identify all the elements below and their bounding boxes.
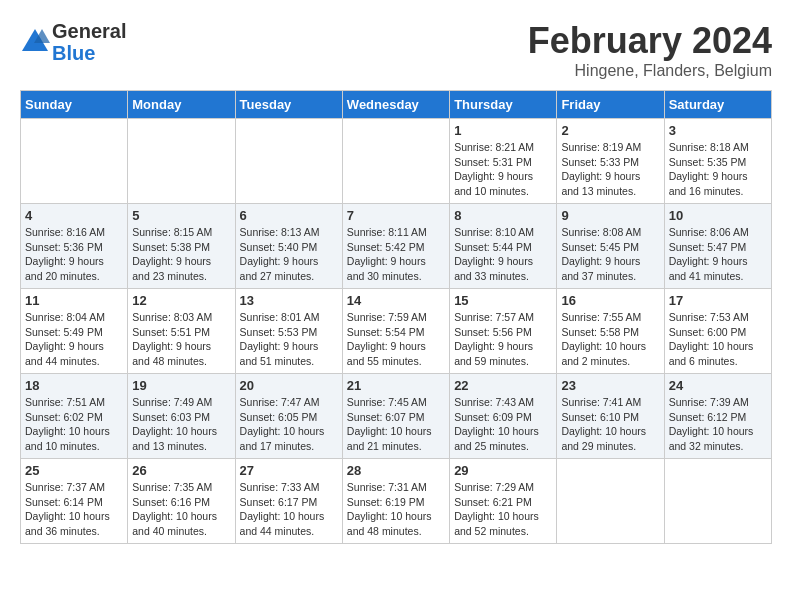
day-number: 7: [347, 208, 445, 223]
day-number: 24: [669, 378, 767, 393]
day-number: 20: [240, 378, 338, 393]
day-detail: Sunrise: 8:18 AM Sunset: 5:35 PM Dayligh…: [669, 140, 767, 199]
calendar-cell: [557, 459, 664, 544]
day-detail: Sunrise: 7:51 AM Sunset: 6:02 PM Dayligh…: [25, 395, 123, 454]
day-number: 21: [347, 378, 445, 393]
calendar-week-row: 1Sunrise: 8:21 AM Sunset: 5:31 PM Daylig…: [21, 119, 772, 204]
title-area: February 2024 Hingene, Flanders, Belgium: [528, 20, 772, 80]
day-detail: Sunrise: 7:41 AM Sunset: 6:10 PM Dayligh…: [561, 395, 659, 454]
day-detail: Sunrise: 8:21 AM Sunset: 5:31 PM Dayligh…: [454, 140, 552, 199]
day-number: 22: [454, 378, 552, 393]
day-number: 3: [669, 123, 767, 138]
calendar-cell: 28Sunrise: 7:31 AM Sunset: 6:19 PM Dayli…: [342, 459, 449, 544]
day-number: 23: [561, 378, 659, 393]
day-number: 12: [132, 293, 230, 308]
day-detail: Sunrise: 7:55 AM Sunset: 5:58 PM Dayligh…: [561, 310, 659, 369]
calendar-cell: [128, 119, 235, 204]
day-number: 11: [25, 293, 123, 308]
day-number: 17: [669, 293, 767, 308]
day-detail: Sunrise: 7:53 AM Sunset: 6:00 PM Dayligh…: [669, 310, 767, 369]
day-detail: Sunrise: 7:45 AM Sunset: 6:07 PM Dayligh…: [347, 395, 445, 454]
column-header-thursday: Thursday: [450, 91, 557, 119]
day-number: 13: [240, 293, 338, 308]
calendar-table: SundayMondayTuesdayWednesdayThursdayFrid…: [20, 90, 772, 544]
calendar-header-row: SundayMondayTuesdayWednesdayThursdayFrid…: [21, 91, 772, 119]
day-detail: Sunrise: 8:15 AM Sunset: 5:38 PM Dayligh…: [132, 225, 230, 284]
calendar-cell: 11Sunrise: 8:04 AM Sunset: 5:49 PM Dayli…: [21, 289, 128, 374]
calendar-cell: 1Sunrise: 8:21 AM Sunset: 5:31 PM Daylig…: [450, 119, 557, 204]
day-detail: Sunrise: 8:01 AM Sunset: 5:53 PM Dayligh…: [240, 310, 338, 369]
calendar-cell: 13Sunrise: 8:01 AM Sunset: 5:53 PM Dayli…: [235, 289, 342, 374]
calendar-cell: 16Sunrise: 7:55 AM Sunset: 5:58 PM Dayli…: [557, 289, 664, 374]
calendar-week-row: 25Sunrise: 7:37 AM Sunset: 6:14 PM Dayli…: [21, 459, 772, 544]
day-detail: Sunrise: 8:19 AM Sunset: 5:33 PM Dayligh…: [561, 140, 659, 199]
day-detail: Sunrise: 7:57 AM Sunset: 5:56 PM Dayligh…: [454, 310, 552, 369]
day-number: 25: [25, 463, 123, 478]
calendar-cell: 4Sunrise: 8:16 AM Sunset: 5:36 PM Daylig…: [21, 204, 128, 289]
day-detail: Sunrise: 7:33 AM Sunset: 6:17 PM Dayligh…: [240, 480, 338, 539]
calendar-cell: 5Sunrise: 8:15 AM Sunset: 5:38 PM Daylig…: [128, 204, 235, 289]
column-header-sunday: Sunday: [21, 91, 128, 119]
calendar-cell: 3Sunrise: 8:18 AM Sunset: 5:35 PM Daylig…: [664, 119, 771, 204]
day-number: 27: [240, 463, 338, 478]
day-detail: Sunrise: 8:13 AM Sunset: 5:40 PM Dayligh…: [240, 225, 338, 284]
column-header-wednesday: Wednesday: [342, 91, 449, 119]
calendar-cell: 12Sunrise: 8:03 AM Sunset: 5:51 PM Dayli…: [128, 289, 235, 374]
day-number: 15: [454, 293, 552, 308]
column-header-friday: Friday: [557, 91, 664, 119]
day-detail: Sunrise: 8:04 AM Sunset: 5:49 PM Dayligh…: [25, 310, 123, 369]
location-title: Hingene, Flanders, Belgium: [528, 62, 772, 80]
day-number: 18: [25, 378, 123, 393]
calendar-cell: 9Sunrise: 8:08 AM Sunset: 5:45 PM Daylig…: [557, 204, 664, 289]
day-number: 5: [132, 208, 230, 223]
calendar-cell: [342, 119, 449, 204]
day-detail: Sunrise: 7:59 AM Sunset: 5:54 PM Dayligh…: [347, 310, 445, 369]
day-detail: Sunrise: 8:03 AM Sunset: 5:51 PM Dayligh…: [132, 310, 230, 369]
month-title: February 2024: [528, 20, 772, 62]
day-detail: Sunrise: 7:49 AM Sunset: 6:03 PM Dayligh…: [132, 395, 230, 454]
day-number: 9: [561, 208, 659, 223]
calendar-cell: 26Sunrise: 7:35 AM Sunset: 6:16 PM Dayli…: [128, 459, 235, 544]
calendar-cell: 27Sunrise: 7:33 AM Sunset: 6:17 PM Dayli…: [235, 459, 342, 544]
day-number: 8: [454, 208, 552, 223]
page-header: General Blue February 2024 Hingene, Flan…: [20, 20, 772, 80]
day-detail: Sunrise: 8:10 AM Sunset: 5:44 PM Dayligh…: [454, 225, 552, 284]
calendar-cell: 14Sunrise: 7:59 AM Sunset: 5:54 PM Dayli…: [342, 289, 449, 374]
calendar-cell: 25Sunrise: 7:37 AM Sunset: 6:14 PM Dayli…: [21, 459, 128, 544]
day-detail: Sunrise: 7:47 AM Sunset: 6:05 PM Dayligh…: [240, 395, 338, 454]
day-detail: Sunrise: 7:43 AM Sunset: 6:09 PM Dayligh…: [454, 395, 552, 454]
day-detail: Sunrise: 7:29 AM Sunset: 6:21 PM Dayligh…: [454, 480, 552, 539]
calendar-week-row: 11Sunrise: 8:04 AM Sunset: 5:49 PM Dayli…: [21, 289, 772, 374]
calendar-cell: [235, 119, 342, 204]
logo-icon: [20, 27, 50, 57]
day-number: 1: [454, 123, 552, 138]
day-number: 2: [561, 123, 659, 138]
calendar-week-row: 4Sunrise: 8:16 AM Sunset: 5:36 PM Daylig…: [21, 204, 772, 289]
calendar-cell: 10Sunrise: 8:06 AM Sunset: 5:47 PM Dayli…: [664, 204, 771, 289]
day-number: 19: [132, 378, 230, 393]
column-header-monday: Monday: [128, 91, 235, 119]
calendar-cell: [664, 459, 771, 544]
logo-general-text: General: [52, 20, 126, 42]
calendar-cell: 2Sunrise: 8:19 AM Sunset: 5:33 PM Daylig…: [557, 119, 664, 204]
calendar-cell: 17Sunrise: 7:53 AM Sunset: 6:00 PM Dayli…: [664, 289, 771, 374]
day-number: 14: [347, 293, 445, 308]
day-number: 16: [561, 293, 659, 308]
day-detail: Sunrise: 7:39 AM Sunset: 6:12 PM Dayligh…: [669, 395, 767, 454]
day-detail: Sunrise: 8:08 AM Sunset: 5:45 PM Dayligh…: [561, 225, 659, 284]
calendar-cell: 23Sunrise: 7:41 AM Sunset: 6:10 PM Dayli…: [557, 374, 664, 459]
day-detail: Sunrise: 7:31 AM Sunset: 6:19 PM Dayligh…: [347, 480, 445, 539]
calendar-cell: [21, 119, 128, 204]
logo: General Blue: [20, 20, 126, 64]
calendar-cell: 22Sunrise: 7:43 AM Sunset: 6:09 PM Dayli…: [450, 374, 557, 459]
day-number: 6: [240, 208, 338, 223]
day-number: 29: [454, 463, 552, 478]
day-detail: Sunrise: 7:35 AM Sunset: 6:16 PM Dayligh…: [132, 480, 230, 539]
day-detail: Sunrise: 8:06 AM Sunset: 5:47 PM Dayligh…: [669, 225, 767, 284]
day-number: 26: [132, 463, 230, 478]
day-detail: Sunrise: 7:37 AM Sunset: 6:14 PM Dayligh…: [25, 480, 123, 539]
calendar-cell: 19Sunrise: 7:49 AM Sunset: 6:03 PM Dayli…: [128, 374, 235, 459]
calendar-week-row: 18Sunrise: 7:51 AM Sunset: 6:02 PM Dayli…: [21, 374, 772, 459]
day-number: 28: [347, 463, 445, 478]
calendar-cell: 24Sunrise: 7:39 AM Sunset: 6:12 PM Dayli…: [664, 374, 771, 459]
